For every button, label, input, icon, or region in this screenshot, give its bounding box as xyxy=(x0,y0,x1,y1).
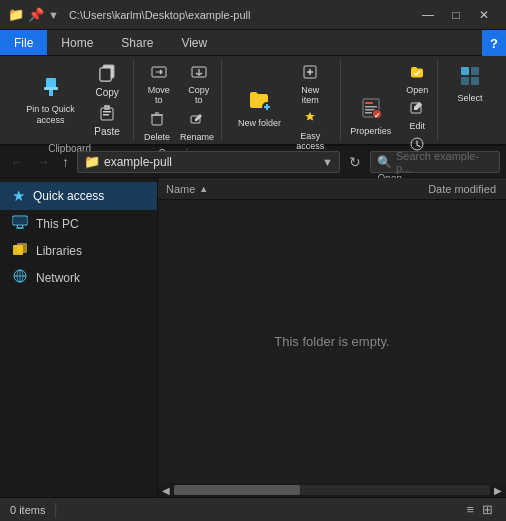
ribbon-group-clipboard: Pin to Quick access Copy xyxy=(6,60,134,140)
copy-button[interactable]: Copy xyxy=(89,62,125,100)
new-item-button[interactable]: New item xyxy=(289,62,332,107)
back-button[interactable]: ← xyxy=(6,152,28,172)
close-button[interactable]: ✕ xyxy=(470,5,498,25)
svg-rect-35 xyxy=(471,77,479,85)
path-dropdown-arrows: ▼ xyxy=(322,156,333,168)
open-icon xyxy=(409,64,425,84)
ribbon-tabs: File Home Share View ? xyxy=(0,30,506,56)
rename-button[interactable]: Rename xyxy=(176,109,218,144)
svg-rect-7 xyxy=(104,105,110,110)
edit-button[interactable]: Edit xyxy=(399,98,435,133)
search-placeholder: Search example-p... xyxy=(396,150,493,174)
sidebar: ★ Quick access This PC Libraries xyxy=(0,178,158,497)
grid-view-button[interactable]: ⊞ xyxy=(479,501,496,518)
search-icon: 🔍 xyxy=(377,155,392,169)
file-area: Name ▲ Date modified This folder is empt… xyxy=(158,178,506,497)
delete-button[interactable]: Delete xyxy=(139,109,175,144)
copy-to-icon xyxy=(191,64,207,84)
organize-row2: Delete Rename xyxy=(139,109,218,144)
ribbon-group-new: New folder New item xyxy=(224,60,341,140)
properties-icon: ✓ xyxy=(359,96,383,124)
forward-button[interactable]: → xyxy=(32,152,54,172)
easy-access-icon xyxy=(302,110,318,130)
libraries-icon xyxy=(12,242,28,259)
scroll-thumb[interactable] xyxy=(174,485,300,495)
up-button[interactable]: ↑ xyxy=(58,152,73,172)
new-folder-button[interactable]: New folder xyxy=(232,85,287,131)
clipboard-buttons: Pin to Quick access Copy xyxy=(14,62,125,139)
easy-access-button[interactable]: Easy access xyxy=(289,108,332,153)
status-bar: 0 items | ≡ ⊞ xyxy=(0,497,506,521)
sidebar-item-quick-access[interactable]: ★ Quick access xyxy=(0,182,157,210)
maximize-button[interactable]: □ xyxy=(442,5,470,25)
pin-icon xyxy=(40,76,62,102)
date-col-label: Date modified xyxy=(428,183,496,195)
svg-rect-26 xyxy=(365,112,372,114)
select-button[interactable]: Select xyxy=(448,62,492,106)
folder-icon: 📁 xyxy=(8,7,24,22)
file-list: This folder is empty. xyxy=(158,200,506,483)
date-column-header[interactable]: Date modified xyxy=(382,183,502,195)
paste-button[interactable]: Paste xyxy=(89,101,125,139)
rename-icon xyxy=(189,111,205,131)
title-path: C:\Users\karlm\Desktop\example-pull xyxy=(69,9,408,21)
scroll-left-arrow[interactable]: ◀ xyxy=(160,485,172,496)
svg-text:✓: ✓ xyxy=(374,112,380,119)
title-controls: — □ ✕ xyxy=(414,5,498,25)
search-box[interactable]: 🔍 Search example-p... xyxy=(370,151,500,173)
svg-rect-1 xyxy=(49,90,53,96)
paste-icon xyxy=(98,103,116,125)
path-down-arrow[interactable]: ▼ xyxy=(322,156,333,168)
svg-rect-32 xyxy=(461,67,469,75)
path-text: example-pull xyxy=(104,155,318,169)
copy-paste-group: Copy Paste xyxy=(89,62,125,139)
sidebar-item-network[interactable]: Network xyxy=(0,264,157,291)
name-column-header[interactable]: Name ▲ xyxy=(162,183,382,195)
svg-rect-9 xyxy=(103,114,109,116)
this-pc-label: This PC xyxy=(36,217,79,231)
address-path-box[interactable]: 📁 example-pull ▼ xyxy=(77,151,340,173)
refresh-button[interactable]: ↻ xyxy=(344,152,366,172)
new-item-group: New item Easy access xyxy=(289,62,332,153)
svg-rect-5 xyxy=(100,68,111,81)
this-pc-icon xyxy=(12,215,28,232)
svg-rect-34 xyxy=(461,77,469,85)
pin-to-quick-access-button[interactable]: Pin to Quick access xyxy=(14,73,87,129)
svg-rect-37 xyxy=(13,217,27,224)
minimize-button[interactable]: — xyxy=(414,5,442,25)
svg-rect-24 xyxy=(365,106,377,108)
move-to-button[interactable]: Move to xyxy=(139,62,179,107)
ribbon-group-select: Select xyxy=(440,60,500,140)
pin-icon: 📌 xyxy=(28,7,44,22)
new-item-icon xyxy=(302,64,318,84)
svg-rect-40 xyxy=(17,243,27,253)
copy-to-button[interactable]: Copy to xyxy=(180,62,219,107)
help-button[interactable]: ? xyxy=(482,30,506,56)
open-button[interactable]: Open xyxy=(399,62,435,97)
tab-file[interactable]: File xyxy=(0,30,47,55)
svg-rect-12 xyxy=(152,115,162,125)
sidebar-item-this-pc[interactable]: This PC xyxy=(0,210,157,237)
items-count: 0 items xyxy=(10,504,45,516)
view-toggle-buttons: ≡ ⊞ xyxy=(463,501,496,518)
sidebar-item-libraries[interactable]: Libraries xyxy=(0,237,157,264)
tab-view[interactable]: View xyxy=(167,30,221,55)
name-col-label: Name xyxy=(166,183,195,195)
properties-button[interactable]: ✓ Properties xyxy=(344,93,397,139)
new-buttons: New folder New item xyxy=(232,62,332,153)
list-view-button[interactable]: ≡ xyxy=(463,501,477,518)
copy-icon xyxy=(98,64,116,86)
network-label: Network xyxy=(36,271,80,285)
tab-home[interactable]: Home xyxy=(47,30,107,55)
title-bar-icons: 📁 📌 ▼ xyxy=(8,7,59,22)
tab-share[interactable]: Share xyxy=(107,30,167,55)
status-separator: | xyxy=(53,501,57,519)
scroll-right-arrow[interactable]: ▶ xyxy=(492,485,504,496)
svg-rect-8 xyxy=(103,111,111,113)
empty-folder-message: This folder is empty. xyxy=(274,334,389,349)
edit-icon xyxy=(409,100,425,120)
quick-access-icon: ★ xyxy=(12,187,25,205)
horizontal-scrollbar[interactable]: ◀ ▶ xyxy=(158,483,506,497)
scroll-track[interactable] xyxy=(174,485,490,495)
svg-rect-25 xyxy=(365,109,375,111)
